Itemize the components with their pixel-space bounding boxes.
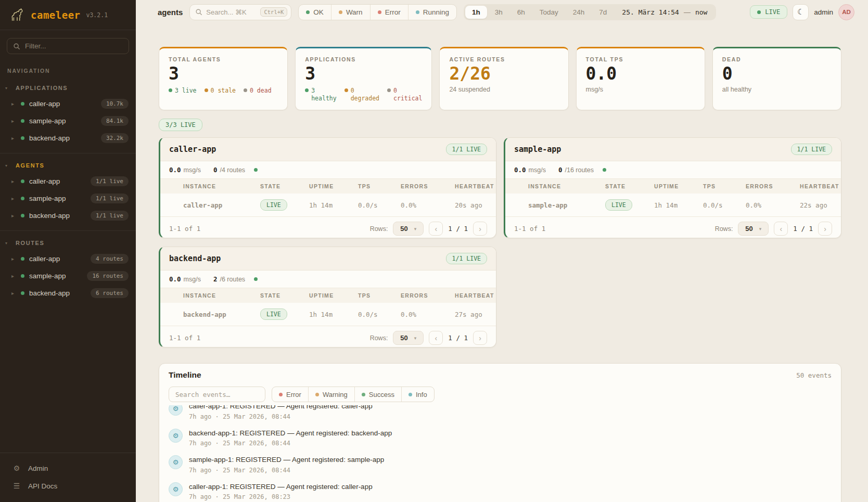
sidebar-section-routes: ▾ ROUTES ▸ caller-app 4 routes ▸ sample-… [0, 230, 136, 308]
filter-error[interactable]: Error [370, 5, 408, 20]
app-card-header: caller-app 1/1 LIVE [160, 138, 496, 161]
filter-warning[interactable]: Warning [308, 387, 354, 402]
stat-card-total-tps: TOTAL TPS 0.0 msg/s [576, 47, 705, 110]
sidebar-item-routes-backend-app[interactable]: ▸ backend-app 6 routes [0, 285, 136, 302]
instance-row[interactable]: caller-app LIVE 1h 14m 0.0/s 0.0% 20s ag… [160, 194, 496, 217]
column-header: TPS [699, 179, 742, 194]
next-page-button[interactable]: › [473, 331, 487, 345]
sidebar-item-applications-sample-app[interactable]: ▸ sample-app 84.1k [0, 112, 136, 130]
search-input[interactable] [206, 8, 257, 16]
next-page-button[interactable]: › [818, 222, 832, 236]
live-toggle[interactable]: LIVE [750, 5, 787, 19]
section-header-applications[interactable]: ▾ APPLICATIONS [0, 81, 136, 95]
tps-unit: msg/s [184, 166, 201, 174]
time-range-7d[interactable]: 7d [592, 6, 614, 19]
row-range: 1-1 of 1 [169, 225, 200, 233]
section-header-agents[interactable]: ▾ AGENTS [0, 158, 136, 173]
global-search[interactable]: Ctrl+K [189, 4, 291, 20]
sidebar-item-agents-caller-app[interactable]: ▸ caller-app 1/1 live [0, 173, 136, 190]
sidebar-item-applications-backend-app[interactable]: ▸ backend-app 32.2k [0, 130, 136, 147]
timeline-card: Timeline 50 events Error Warning [159, 363, 841, 502]
instance-row[interactable]: sample-app LIVE 1h 14m 0.0/s 0.0% 22s ag… [505, 194, 841, 217]
row-range: 1-1 of 1 [514, 225, 545, 233]
filter-running[interactable]: Running [408, 5, 456, 20]
filter-ok[interactable]: OK [299, 5, 331, 20]
time-range-1h[interactable]: 1h [465, 6, 487, 19]
event-item[interactable]: ⚙ caller-app-1: REGISTERED — Agent regis… [169, 405, 832, 424]
page-indicator: 1 / 1 [448, 225, 468, 233]
filter-info[interactable]: Info [401, 387, 434, 402]
instance-row[interactable]: backend-app LIVE 1h 14m 0.0/s 0.0% 27s a… [160, 303, 496, 326]
item-label: sample-app [29, 117, 66, 125]
filter-label: Running [423, 8, 449, 16]
column-header: ERRORS [397, 179, 451, 194]
sidebar-item-routes-sample-app[interactable]: ▸ sample-app 16 routes [0, 267, 136, 285]
app-cards-grid: caller-app 1/1 LIVE 0.0 msg/s 0 /4 route… [159, 137, 841, 347]
prev-page-button[interactable]: ‹ [774, 222, 788, 236]
live-dot [757, 10, 761, 14]
sidebar-item-routes-caller-app[interactable]: ▸ caller-app 4 routes [0, 250, 136, 267]
sidebar-item-agents-sample-app[interactable]: ▸ sample-app 1/1 live [0, 190, 136, 207]
running-dot [416, 10, 419, 14]
app-name: sample-app [514, 145, 561, 154]
time-range-today[interactable]: Today [533, 6, 565, 19]
stat-label: DEAD [722, 56, 832, 62]
rows-per-page-select[interactable]: 50 ▾ [738, 222, 769, 236]
legend-dot [205, 88, 208, 92]
item-label: caller-app [29, 177, 60, 185]
event-list[interactable]: ⚙ caller-app-1: REGISTERED — Agent regis… [159, 405, 841, 502]
filter-success[interactable]: Success [354, 387, 401, 402]
column-header: STATE [601, 179, 650, 194]
status-dot [21, 102, 24, 106]
prev-page-button[interactable]: ‹ [429, 222, 443, 236]
event-title: caller-app-1: REGISTERED — Agent registe… [189, 405, 373, 411]
theme-toggle-button[interactable]: ☾ [793, 4, 809, 20]
navigation-label: NAVIGATION [0, 56, 136, 76]
username[interactable]: admin [814, 8, 833, 16]
moon-icon: ☾ [797, 7, 804, 17]
item-label: backend-app [29, 134, 70, 142]
chevron-down-icon: ▾ [5, 163, 7, 168]
avatar[interactable]: AD [838, 4, 854, 20]
time-range-24h[interactable]: 24h [566, 6, 592, 19]
rows-per-page-select[interactable]: 50 ▾ [393, 222, 424, 236]
sidebar-footer: ⚙ Admin ☰ API Docs [0, 453, 136, 502]
item-badge: 32.2k [101, 133, 129, 143]
rows-label: Rows: [370, 225, 388, 233]
filter-warn[interactable]: Warn [331, 5, 370, 20]
sidebar-item-agents-backend-app[interactable]: ▸ backend-app 1/1 live [0, 207, 136, 224]
event-item[interactable]: ⚙ sample-app-1: REGISTERED — Agent regis… [169, 451, 832, 478]
sidebar-item-admin[interactable]: ⚙ Admin [0, 459, 136, 477]
events-search-input[interactable] [169, 387, 265, 402]
sidebar-item-api-docs[interactable]: ☰ API Docs [0, 477, 136, 495]
errors-cell: 0.0% [397, 194, 451, 217]
item-badge: 1/1 live [91, 176, 129, 186]
chevron-down-icon: ▾ [759, 226, 762, 231]
stat-subtext: msg/s [586, 86, 695, 93]
event-meta: 7h ago · 25 Mar 2026, 08:44 [189, 467, 384, 474]
event-meta: 7h ago · 25 Mar 2026, 08:44 [189, 413, 373, 420]
date-range[interactable]: 25. März 14:54 — now [615, 8, 714, 16]
column-header: TPS [354, 288, 397, 303]
next-page-button[interactable]: › [473, 222, 487, 236]
filter-input[interactable] [25, 42, 123, 50]
event-item[interactable]: ⚙ caller-app-1: REGISTERED — Agent regis… [169, 478, 832, 502]
stat-card-applications: APPLICATIONS 3 3 healthy 0 degraded 0 cr… [295, 47, 432, 110]
time-range-3h[interactable]: 3h [488, 6, 509, 19]
routes-suffix: /6 routes [220, 276, 245, 283]
sidebar-item-applications-caller-app[interactable]: ▸ caller-app 10.7k [0, 95, 136, 112]
warn-dot [339, 10, 342, 14]
ok-dot [306, 10, 310, 14]
rows-per-page-select[interactable]: 50 ▾ [393, 331, 424, 345]
filter-error[interactable]: Error [272, 387, 308, 402]
event-meta: 7h ago · 25 Mar 2026, 08:23 [189, 493, 373, 500]
sidebar-filter[interactable] [7, 38, 129, 54]
section-header-routes[interactable]: ▾ ROUTES [0, 236, 136, 250]
sidebar: cameleer v3.2.1 NAVIGATION ▾ APPLICATION… [0, 0, 136, 502]
prev-page-button[interactable]: ‹ [429, 331, 443, 345]
event-item[interactable]: ⚙ backend-app-1: REGISTERED — Agent regi… [169, 424, 832, 452]
app-card-metrics: 0.0 msg/s 0 /16 routes [505, 161, 841, 179]
api-docs-label: API Docs [28, 482, 57, 490]
time-range-6h[interactable]: 6h [510, 6, 532, 19]
item-badge: 10.7k [101, 99, 129, 109]
